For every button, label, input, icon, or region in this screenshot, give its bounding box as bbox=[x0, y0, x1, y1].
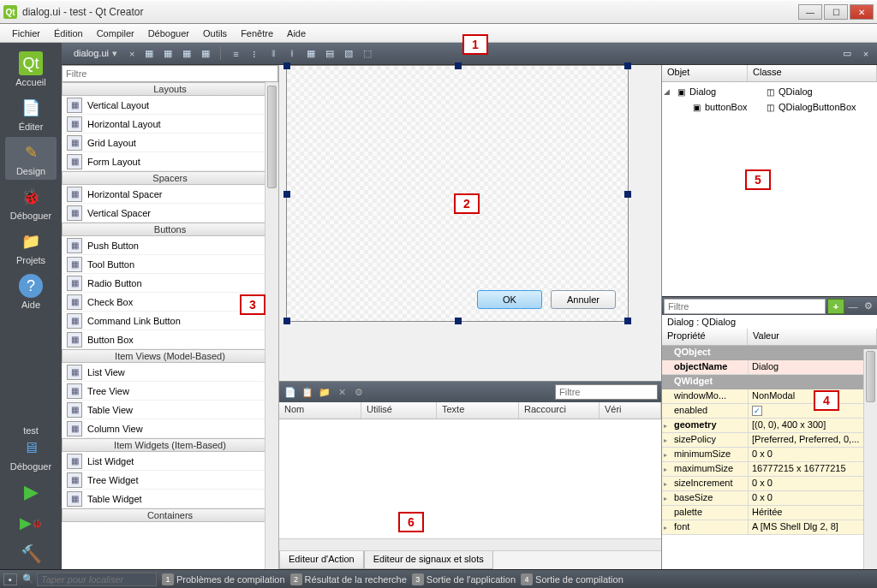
dialog-ok-button[interactable]: OK bbox=[477, 290, 542, 309]
property-row[interactable]: ▸maximumSize16777215 x 16777215 bbox=[662, 462, 877, 477]
property-row[interactable]: ▸sizePolicy[Preferred, Preferred, 0,... bbox=[662, 433, 877, 448]
sidebar-design[interactable]: ✎ Design bbox=[5, 137, 57, 180]
property-row[interactable]: ▸baseSize0 x 0 bbox=[662, 491, 877, 506]
run-debug-button[interactable]: ▶🐞 bbox=[19, 511, 43, 535]
menu-compiler[interactable]: Compiler bbox=[90, 27, 141, 40]
edit-signals-icon[interactable]: ▦ bbox=[160, 46, 176, 62]
widgetbox-item[interactable]: ▦Column View bbox=[62, 419, 278, 438]
object-inspector-row[interactable]: ◢▣Dialog◫QDialog bbox=[662, 84, 877, 99]
sidebar-aide[interactable]: ? Aide bbox=[5, 270, 57, 313]
layout-v-icon[interactable]: ⫶ bbox=[247, 46, 262, 62]
property-value[interactable]: 16777215 x 16777215 bbox=[748, 462, 877, 476]
property-group-header[interactable]: QWidget bbox=[662, 375, 877, 389]
status-tab-3[interactable]: 3Sortie de l'application bbox=[412, 573, 516, 585]
status-tab-4[interactable]: 4Sortie de compilation bbox=[521, 573, 623, 585]
oi-col-objet[interactable]: Objet bbox=[662, 65, 748, 81]
checkbox-icon[interactable]: ✓ bbox=[752, 406, 762, 416]
widgetbox-group-header[interactable]: Layouts bbox=[62, 82, 278, 96]
widgetbox-item[interactable]: ▦List Widget bbox=[62, 452, 278, 471]
property-filter-input[interactable] bbox=[664, 299, 826, 314]
status-tab-1[interactable]: 1Problèmes de compilation bbox=[162, 573, 285, 585]
widgetbox-group-header[interactable]: Item Widgets (Item-Based) bbox=[62, 438, 278, 452]
tab-action-editor[interactable]: Editeur d'Action bbox=[279, 551, 364, 569]
edit-widgets-icon[interactable]: ▦ bbox=[141, 46, 157, 62]
property-value[interactable]: A [MS Shell Dlg 2, 8] bbox=[748, 520, 877, 534]
action-scrollbar[interactable] bbox=[279, 538, 661, 550]
property-value[interactable]: [(0, 0), 400 x 300] bbox=[748, 419, 877, 432]
widgetbox-group-header[interactable]: Spacers bbox=[62, 171, 278, 185]
sidebar-deboguer[interactable]: 🐞 Déboguer bbox=[5, 181, 57, 224]
document-tab[interactable]: dialog.ui▾ bbox=[65, 46, 126, 61]
action-col-verifiable[interactable]: Véri bbox=[600, 402, 661, 419]
property-row[interactable]: paletteHéritée bbox=[662, 506, 877, 520]
menu-aide[interactable]: Aide bbox=[280, 27, 313, 40]
layout-h-icon[interactable]: ≡ bbox=[228, 46, 243, 62]
property-group-header[interactable]: QObject bbox=[662, 346, 877, 360]
property-row[interactable]: windowMo...NonModal bbox=[662, 389, 877, 404]
property-row[interactable]: enabled✓ bbox=[662, 404, 877, 419]
widgetbox-item[interactable]: ▦Tree Widget bbox=[62, 471, 278, 490]
minimize-button[interactable]: — bbox=[798, 4, 822, 20]
layout-grid-icon[interactable]: ▦ bbox=[303, 46, 319, 62]
property-row[interactable]: ▸minimumSize0 x 0 bbox=[662, 448, 877, 462]
break-layout-icon[interactable]: ▧ bbox=[341, 46, 356, 62]
close-panel-icon[interactable]: × bbox=[858, 46, 874, 62]
adjust-size-icon[interactable]: ⬚ bbox=[360, 46, 375, 62]
widgetbox-item[interactable]: ▦Table View bbox=[62, 401, 278, 419]
layout-vsplit-icon[interactable]: ⫲ bbox=[284, 46, 300, 62]
new-action-icon[interactable]: 📄 bbox=[283, 384, 298, 400]
pe-col-propriete[interactable]: Propriété bbox=[662, 329, 748, 345]
add-property-button[interactable]: + bbox=[827, 299, 844, 314]
maximize-button[interactable]: ☐ bbox=[824, 4, 848, 20]
property-value[interactable]: Dialog bbox=[748, 360, 877, 374]
menu-outils[interactable]: Outils bbox=[196, 27, 234, 40]
widgetbox-item[interactable]: ▦Horizontal Layout bbox=[62, 115, 278, 134]
widgetbox-item[interactable]: ▦Table Widget bbox=[62, 490, 278, 508]
widgetbox-group-header[interactable]: Item Views (Model-Based) bbox=[62, 349, 278, 363]
widgetbox-scrollbar[interactable] bbox=[265, 82, 278, 569]
edit-tab-order-icon[interactable]: ▦ bbox=[198, 46, 213, 62]
edit-buddies-icon[interactable]: ▦ bbox=[179, 46, 194, 62]
property-value[interactable]: [Preferred, Preferred, 0,... bbox=[748, 433, 877, 447]
widgetbox-item[interactable]: ▦Vertical Spacer bbox=[62, 204, 278, 223]
widgetbox-item[interactable]: ▦Tree View bbox=[62, 382, 278, 401]
sidebar-projets[interactable]: 📁 Projets bbox=[5, 226, 57, 269]
action-col-nom[interactable]: Nom bbox=[279, 402, 361, 419]
layout-hsplit-icon[interactable]: ⫴ bbox=[265, 46, 281, 62]
property-value[interactable]: Héritée bbox=[748, 506, 877, 520]
pe-col-valeur[interactable]: Valeur bbox=[748, 329, 877, 345]
action-filter-input[interactable] bbox=[555, 384, 658, 400]
property-value[interactable]: 0 x 0 bbox=[748, 491, 877, 505]
widgetbox-group-header[interactable]: Containers bbox=[62, 508, 278, 522]
widgetbox-item[interactable]: ▦Push Button bbox=[62, 236, 278, 255]
configure-action-icon[interactable]: ⚙ bbox=[351, 384, 367, 400]
widgetbox-group-header[interactable]: Buttons bbox=[62, 223, 278, 236]
sidebar-accueil[interactable]: Qt Accueil bbox=[5, 48, 57, 91]
property-value[interactable]: ✓ bbox=[748, 404, 877, 418]
widgetbox-item[interactable]: ▦Vertical Layout bbox=[62, 96, 278, 115]
property-value[interactable]: 0 x 0 bbox=[748, 448, 877, 461]
property-row[interactable]: ▸sizeIncrement0 x 0 bbox=[662, 477, 877, 491]
property-row[interactable]: ▸geometry[(0, 0), 400 x 300] bbox=[662, 419, 877, 433]
menu-edition[interactable]: Édition bbox=[47, 27, 90, 40]
status-toggle-icon[interactable]: ▪ bbox=[3, 573, 17, 585]
tab-signals-slots[interactable]: Editeur de signaux et slots bbox=[364, 551, 493, 569]
property-menu-icon[interactable]: ⚙ bbox=[862, 299, 875, 314]
sidebar-run-config[interactable]: test 🖥 Déboguer bbox=[5, 422, 57, 475]
widgetbox-item[interactable]: ▦Horizontal Spacer bbox=[62, 185, 278, 204]
property-row[interactable]: objectNameDialog bbox=[662, 360, 877, 375]
property-value[interactable]: NonModal bbox=[748, 389, 877, 403]
oi-col-classe[interactable]: Classe bbox=[748, 65, 877, 81]
property-value[interactable]: 0 x 0 bbox=[748, 477, 877, 490]
sidebar-editer[interactable]: 📄 Éditer bbox=[5, 92, 57, 135]
locator-input[interactable] bbox=[37, 573, 157, 586]
widgetbox-item[interactable]: ▦Grid Layout bbox=[62, 134, 278, 152]
delete-action-icon[interactable]: ✕ bbox=[334, 384, 349, 400]
tree-expand-icon[interactable]: ◢ bbox=[664, 87, 674, 96]
form-canvas[interactable]: OK Annuler bbox=[279, 65, 661, 381]
panel-toggle-icon[interactable]: ▭ bbox=[839, 46, 855, 62]
widgetbox-item[interactable]: ▦Tool Button bbox=[62, 255, 278, 274]
property-row[interactable]: ▸fontA [MS Shell Dlg 2, 8] bbox=[662, 520, 877, 535]
close-button[interactable]: ✕ bbox=[850, 4, 874, 20]
menu-fenetre[interactable]: Fenêtre bbox=[234, 27, 280, 40]
